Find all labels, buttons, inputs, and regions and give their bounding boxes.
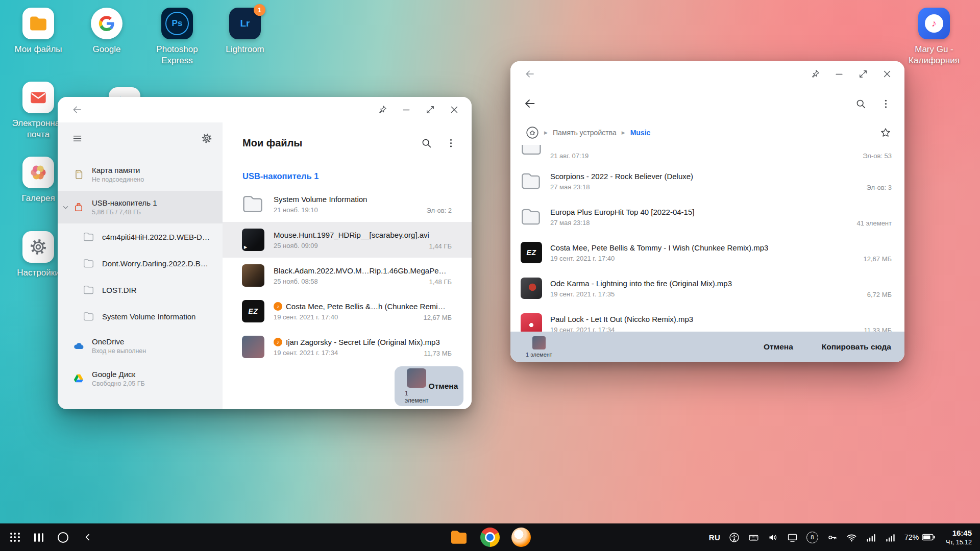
taskbar-my-files-icon[interactable] bbox=[449, 528, 469, 547]
breadcrumb-device-storage[interactable]: Память устройства bbox=[553, 129, 617, 137]
battery-status[interactable]: 72% bbox=[904, 533, 935, 541]
file-row[interactable]: Black.Adam.2022.MVO.M…Rip.1.46Gb.MegaPee… bbox=[223, 258, 472, 293]
volume-icon[interactable] bbox=[768, 532, 778, 543]
usb-drive-icon bbox=[73, 202, 84, 213]
breadcrumb-current-folder[interactable]: Music bbox=[630, 129, 651, 137]
sidebar-item-google-drive[interactable]: Google Диск Свободно 2,05 ГБ bbox=[58, 362, 223, 395]
back-button-icon[interactable] bbox=[83, 532, 93, 542]
cellular-signal-icon[interactable] bbox=[885, 532, 896, 543]
close-icon[interactable] bbox=[882, 69, 892, 79]
selected-file-thumbnail bbox=[532, 336, 546, 349]
photoshop-express-icon: Ps bbox=[161, 8, 193, 39]
maximize-icon[interactable] bbox=[858, 69, 868, 79]
file-date: 19 сент. 2021 г. 17:34 bbox=[274, 349, 448, 357]
pin-window-icon[interactable] bbox=[810, 69, 820, 79]
breadcrumb-separator-icon: ▶ bbox=[544, 130, 548, 135]
desktop-icon-my-files[interactable]: Мои файлы bbox=[5, 8, 72, 55]
desktop-icon-lightroom[interactable]: Lr 1 Lightroom bbox=[211, 8, 279, 55]
file-name: Ode Karma - Lightning into the fire (Ori… bbox=[550, 279, 732, 288]
file-list-panel: Мои файлы USB-накопитель 1 System Volume… bbox=[223, 122, 472, 409]
file-meta: 12,67 МБ bbox=[423, 314, 452, 321]
gallery-icon bbox=[22, 157, 54, 188]
sidebar-folder-item[interactable]: LOST.DIR bbox=[58, 277, 223, 303]
file-name: Black.Adam.2022.MVO.M…Rip.1.46Gb.MegaPee… bbox=[274, 266, 448, 275]
file-row[interactable]: Scorpions - 2022 - Rock Believer (Deluxe… bbox=[510, 163, 904, 199]
settings-gear-icon[interactable] bbox=[201, 133, 212, 144]
file-row[interactable]: Europa Plus EuropHit Top 40 [2022-04-15]… bbox=[510, 199, 904, 235]
sidebar-item-label: LOST.DIR bbox=[102, 286, 137, 294]
home-button-icon[interactable] bbox=[58, 532, 68, 543]
sidebar-folder-item[interactable]: c4m4piti4HiH.2022.D.WEB-D… bbox=[58, 223, 223, 250]
partially-scrolled-row[interactable]: 21 авг. 07:19 Эл-ов: 53 bbox=[510, 145, 904, 163]
desktop-icon-label: Lightroom bbox=[226, 44, 264, 55]
file-row[interactable]: EZ Costa Mee, Pete Bellis & Tommy - I Wi… bbox=[510, 235, 904, 270]
chevron-down-icon[interactable] bbox=[62, 204, 69, 211]
search-icon[interactable] bbox=[855, 98, 866, 109]
screen-cast-icon[interactable] bbox=[787, 532, 798, 543]
minimize-icon[interactable] bbox=[834, 69, 844, 79]
file-row[interactable]: Ode Karma - Lightning into the fire (Ori… bbox=[510, 270, 904, 306]
keyboard-icon[interactable] bbox=[748, 532, 759, 543]
wifi-icon[interactable] bbox=[846, 532, 857, 543]
sidebar-item-label: Карта памяти bbox=[92, 166, 144, 174]
file-name: Costa Mee, Pete Bellis &…h (Chunkee Remi… bbox=[286, 302, 448, 311]
back-icon[interactable] bbox=[72, 105, 82, 115]
folder-icon bbox=[521, 172, 541, 190]
google-drive-icon bbox=[73, 373, 84, 384]
favorite-star-icon[interactable] bbox=[880, 127, 891, 138]
cancel-button[interactable]: Отмена bbox=[429, 382, 458, 391]
album-art-thumbnail: EZ bbox=[521, 242, 542, 263]
close-icon[interactable] bbox=[449, 105, 459, 115]
file-row[interactable]: ♪ Ijan Zagorsky - Secret Life (Original … bbox=[223, 329, 472, 365]
more-menu-icon[interactable] bbox=[446, 138, 456, 148]
home-icon[interactable] bbox=[526, 126, 539, 139]
maximize-icon[interactable] bbox=[425, 105, 435, 115]
sidebar-folder-item[interactable]: System Volume Information bbox=[58, 303, 223, 330]
desktop-icon-music-widget[interactable]: ♪ Mary Gu - Калифорния bbox=[900, 8, 968, 66]
google-icon bbox=[91, 8, 122, 39]
copy-here-button[interactable]: Копировать сюда bbox=[822, 342, 891, 352]
file-list: System Volume Information 21 нояб. 19:10… bbox=[223, 186, 472, 365]
sidebar-item-memory-card[interactable]: Карта памяти Не подсоединено bbox=[58, 158, 223, 191]
navigate-back-icon[interactable] bbox=[524, 97, 536, 110]
cancel-button[interactable]: Отмена bbox=[764, 342, 793, 352]
sidebar-item-onedrive[interactable]: OneDrive Вход не выполнен bbox=[58, 330, 223, 362]
onedrive-cloud-icon bbox=[73, 340, 84, 352]
apps-grid-icon[interactable] bbox=[10, 533, 20, 542]
desktop: Мои файлы Google Ps Photoshop Express Lr… bbox=[0, 0, 980, 551]
taskbar-chrome-icon[interactable] bbox=[480, 528, 500, 547]
copy-selection-bar: 1 элемент Отмена Копировать сюда bbox=[510, 332, 904, 362]
file-row[interactable]: EZ ♪ Costa Mee, Pete Bellis &…h (Chunkee… bbox=[223, 293, 472, 329]
folder-icon bbox=[242, 194, 263, 214]
back-icon[interactable] bbox=[525, 69, 535, 79]
more-menu-icon[interactable] bbox=[880, 98, 891, 109]
hamburger-menu-icon[interactable] bbox=[72, 133, 83, 144]
clock[interactable]: 16:45 Чт, 15.12 bbox=[946, 528, 972, 546]
sidebar-item-label: USB-накопитель 1 bbox=[92, 198, 157, 207]
vpn-key-icon[interactable] bbox=[827, 532, 838, 543]
sidebar-folder-item[interactable]: Dont.Worry.Darling.2022.D.B… bbox=[58, 250, 223, 277]
file-row[interactable]: System Volume Information 21 нояб. 19:10… bbox=[223, 186, 472, 222]
search-icon[interactable] bbox=[421, 138, 432, 148]
sidebar-item-usb-drive[interactable]: USB-накопитель 1 5,86 ГБ / 7,48 ГБ bbox=[58, 191, 223, 223]
music-note-badge: ♪ bbox=[274, 302, 282, 311]
file-date: 27 мая 23:18 bbox=[550, 183, 888, 191]
recent-apps-icon[interactable] bbox=[34, 533, 43, 542]
language-indicator[interactable]: RU bbox=[709, 533, 720, 542]
pin-window-icon[interactable] bbox=[377, 105, 387, 115]
desktop-icon-photoshop-express[interactable]: Ps Photoshop Express bbox=[143, 8, 211, 66]
accessibility-icon[interactable] bbox=[729, 532, 740, 543]
file-meta: 11,73 МБ bbox=[424, 349, 452, 357]
window-title: Мои файлы bbox=[242, 137, 302, 149]
file-row-selected[interactable]: ▶ Mouse.Hunt.1997_HDRip__[scarabey.org].… bbox=[223, 222, 472, 258]
file-date: 19 сент. 2021 г. 17:35 bbox=[550, 290, 888, 298]
taskbar-app-icon[interactable] bbox=[511, 528, 531, 547]
minimize-icon[interactable] bbox=[401, 105, 411, 115]
file-date: 21 нояб. 19:10 bbox=[274, 206, 448, 214]
cellular-signal-icon[interactable] bbox=[866, 532, 876, 543]
sidebar: Карта памяти Не подсоединено USB-накопит… bbox=[58, 122, 223, 409]
desktop-icon-google[interactable]: Google bbox=[73, 8, 140, 55]
sd-card-icon bbox=[73, 169, 84, 180]
file-name: Costa Mee, Pete Bellis & Tommy - I Wish … bbox=[550, 243, 768, 252]
notification-count-badge[interactable]: 8 bbox=[806, 532, 818, 543]
